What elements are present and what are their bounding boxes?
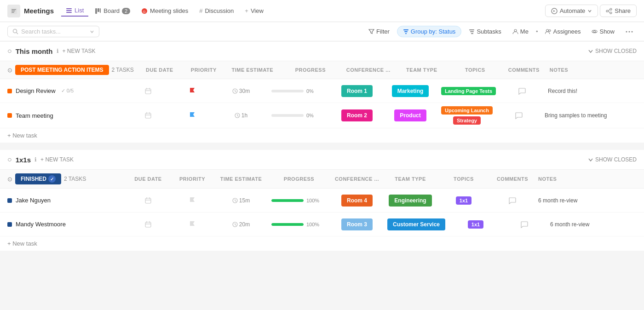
task-time-jake-nguyen: 15m bbox=[218, 197, 264, 204]
nav-discussion-label: Discussion bbox=[205, 7, 234, 14]
task-time-value-jake-nguyen: 15m bbox=[239, 197, 250, 204]
section-info-this-month[interactable]: ℹ bbox=[57, 48, 59, 54]
section-title-this-month: This month bbox=[16, 47, 53, 55]
nav-board[interactable]: Board 2 bbox=[90, 6, 135, 16]
col-header-progress-1: PROGRESS bbox=[271, 176, 327, 182]
task-conference-tag-mandy-westmoore: Room 3 bbox=[341, 218, 373, 230]
group-by-button[interactable]: Group by: Status bbox=[397, 26, 462, 37]
nav-meeting-slides-label: Meeting slides bbox=[150, 7, 188, 14]
svg-rect-4 bbox=[66, 8, 72, 9]
task-team-team-meeting: Product bbox=[387, 109, 433, 121]
col-header-time-1: TIME ESTIMATE bbox=[218, 176, 264, 182]
show-closed-this-month[interactable]: SHOW CLOSED bbox=[588, 48, 637, 54]
show-button[interactable]: Show bbox=[588, 26, 618, 37]
col-header-topics-0: TOPICS bbox=[452, 67, 498, 73]
task-team-tag-mandy-westmoore: Customer Service bbox=[387, 218, 445, 230]
task-name-design-review[interactable]: Design Review bbox=[16, 87, 56, 94]
task-color-team-meeting bbox=[7, 113, 12, 118]
task-topics-jake-nguyen: 1x1 bbox=[441, 196, 487, 205]
task-label-team-meeting: Team meeting bbox=[7, 112, 122, 119]
task-due-mandy-westmoore[interactable] bbox=[130, 221, 167, 228]
svg-point-13 bbox=[610, 8, 612, 10]
subtasks-label: Subtasks bbox=[477, 28, 501, 35]
svg-rect-48 bbox=[145, 198, 151, 203]
task-progress-pct-team-meeting: 0% bbox=[306, 113, 314, 118]
svg-rect-2 bbox=[12, 11, 15, 11]
task-priority-mandy-westmoore[interactable] bbox=[174, 221, 211, 228]
task-comments-team-meeting[interactable] bbox=[500, 111, 537, 120]
share-button[interactable]: Share bbox=[600, 5, 637, 17]
filter-button[interactable]: Filter bbox=[365, 26, 393, 37]
me-button[interactable]: Me bbox=[509, 26, 532, 37]
task-due-design-review[interactable] bbox=[130, 87, 167, 95]
task-time-mandy-westmoore: 20m bbox=[218, 221, 264, 228]
svg-point-14 bbox=[606, 10, 608, 12]
more-button[interactable] bbox=[622, 29, 637, 34]
task-comments-design-review[interactable] bbox=[504, 87, 540, 95]
svg-point-32 bbox=[629, 31, 630, 32]
svg-line-61 bbox=[235, 224, 236, 225]
task-team-mandy-westmoore: Customer Service bbox=[387, 218, 445, 230]
section-toggle-1x1s[interactable]: ○ bbox=[7, 155, 12, 164]
assignees-button[interactable]: Assignees bbox=[541, 26, 584, 37]
share-label: Share bbox=[615, 7, 631, 14]
filter-label: Filter bbox=[376, 28, 390, 35]
task-due-team-meeting[interactable] bbox=[130, 112, 167, 119]
subtasks-button[interactable]: Subtasks bbox=[465, 26, 505, 37]
nav-list-label: List bbox=[75, 7, 84, 14]
task-name-team-meeting[interactable]: Team meeting bbox=[16, 112, 53, 119]
nav-view[interactable]: + View bbox=[240, 6, 268, 16]
automate-button[interactable]: Automate bbox=[545, 5, 598, 17]
task-time-value-design-review: 30m bbox=[239, 88, 250, 94]
group-toggle-post-meeting[interactable]: ⊙ bbox=[7, 67, 12, 74]
task-priority-design-review[interactable] bbox=[174, 87, 211, 95]
svg-rect-41 bbox=[145, 113, 151, 118]
finished-check-icon: ✓ bbox=[48, 175, 56, 183]
nav-list[interactable]: List bbox=[61, 5, 88, 17]
task-progress-team-meeting: 0% bbox=[271, 113, 327, 118]
assignees-label: Assignees bbox=[553, 28, 581, 35]
col-header-progress-0: PROGRESS bbox=[283, 67, 338, 73]
section-new-task-this-month[interactable]: + NEW TASK bbox=[63, 48, 96, 54]
task-name-jake-nguyen[interactable]: Jake Nguyen bbox=[16, 197, 51, 204]
svg-point-31 bbox=[626, 31, 627, 32]
task-priority-jake-nguyen[interactable] bbox=[174, 197, 211, 204]
show-closed-1x1s[interactable]: SHOW CLOSED bbox=[588, 156, 637, 163]
col-header-comments-0: COMMENTS bbox=[506, 67, 542, 73]
col-header-team-0: TEAM TYPE bbox=[399, 67, 445, 73]
task-row-jake-nguyen: Jake Nguyen 15m 100% Room 4 bbox=[0, 189, 644, 212]
svg-text:G: G bbox=[143, 9, 146, 13]
task-conference-jake-nguyen: Room 4 bbox=[334, 195, 380, 207]
group-toggle-finished[interactable]: ⊙ bbox=[7, 176, 12, 183]
nav-discussion[interactable]: # Discussion bbox=[195, 6, 238, 16]
section-new-task-1x1s[interactable]: + NEW TASK bbox=[40, 156, 74, 163]
task-name-mandy-westmoore[interactable]: Mandy Westmoore bbox=[16, 221, 66, 228]
task-conference-tag-design-review: Room 1 bbox=[341, 85, 373, 97]
section-title-1x1s: 1x1s bbox=[16, 156, 31, 164]
new-task-1x1s[interactable]: + New task bbox=[0, 236, 644, 251]
search-box[interactable]: Search tasks... bbox=[7, 26, 99, 37]
task-priority-team-meeting[interactable] bbox=[174, 112, 211, 119]
task-color-jake-nguyen bbox=[7, 198, 12, 203]
svg-rect-23 bbox=[469, 29, 474, 30]
show-label: Show bbox=[599, 28, 615, 35]
toolbar: Search tasks... Filter Group by: Status … bbox=[0, 22, 644, 41]
section-toggle-this-month[interactable]: ○ bbox=[7, 47, 12, 55]
nav-meeting-slides[interactable]: G Meeting slides bbox=[137, 6, 193, 16]
new-task-post-meeting[interactable]: + New task bbox=[0, 128, 644, 143]
section-info-1x1s[interactable]: ℹ bbox=[34, 156, 37, 163]
svg-rect-24 bbox=[470, 31, 474, 32]
task-team-design-review: Marketing bbox=[387, 85, 433, 97]
svg-rect-22 bbox=[405, 33, 407, 34]
task-conference-team-meeting: Room 2 bbox=[334, 109, 380, 121]
task-due-jake-nguyen[interactable] bbox=[130, 197, 167, 204]
task-comments-jake-nguyen[interactable] bbox=[494, 196, 531, 205]
task-progress-design-review: 0% bbox=[271, 88, 327, 94]
group-by-label: Group by: Status bbox=[411, 28, 456, 35]
task-conference-tag-jake-nguyen: Room 4 bbox=[341, 195, 373, 207]
task-comments-mandy-westmoore[interactable] bbox=[506, 220, 543, 229]
svg-rect-25 bbox=[471, 33, 473, 34]
finished-label: FINISHED bbox=[21, 176, 46, 182]
finished-badge: FINISHED ✓ bbox=[15, 173, 61, 184]
col-header-due-0: DUE DATE bbox=[141, 67, 178, 73]
